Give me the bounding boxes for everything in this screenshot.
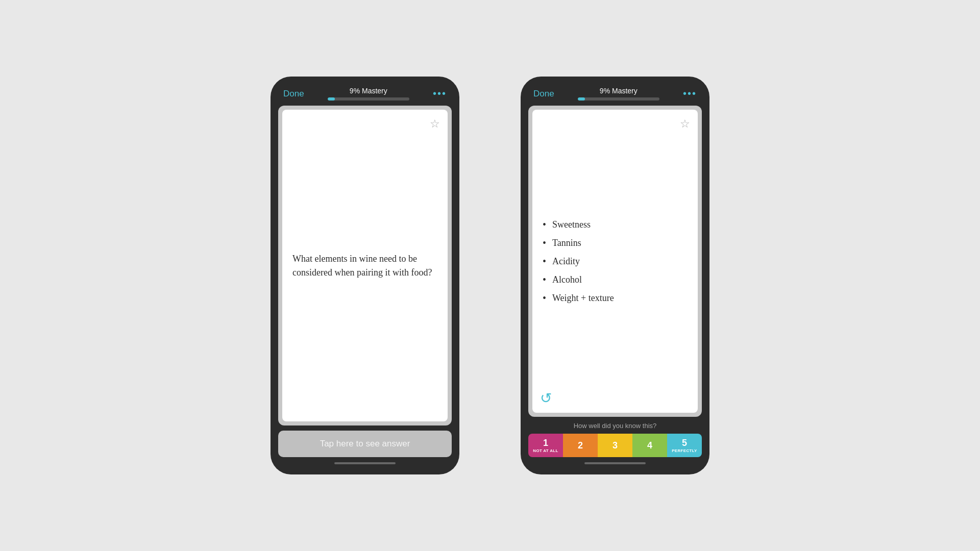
left-mastery-title: 9% Mastery bbox=[350, 87, 387, 95]
rating-2-number: 2 bbox=[578, 440, 583, 451]
left-flashcard[interactable]: ☆ What elements in wine need to be consi… bbox=[282, 110, 448, 421]
list-item: Alcohol bbox=[543, 270, 688, 289]
right-card-area: ☆ Sweetness Tannins Acidity Alcohol Weig… bbox=[528, 106, 702, 417]
rating-1-label: NOT AT ALL bbox=[533, 448, 558, 453]
left-card-area: ☆ What elements in wine need to be consi… bbox=[278, 106, 452, 425]
rating-4-number: 4 bbox=[647, 440, 652, 451]
rating-3-number: 3 bbox=[612, 440, 618, 451]
tap-to-answer-button[interactable]: Tap here to see answer bbox=[278, 431, 452, 457]
list-item: Acidity bbox=[543, 252, 688, 270]
right-mastery-title: 9% Mastery bbox=[600, 87, 638, 95]
rating-buttons-container: 1 NOT AT ALL 2 3 4 5 PERFECTLY bbox=[528, 434, 702, 457]
right-star-icon[interactable]: ☆ bbox=[680, 117, 690, 131]
right-progress-fill bbox=[578, 97, 585, 101]
right-flashcard[interactable]: ☆ Sweetness Tannins Acidity Alcohol Weig… bbox=[532, 110, 698, 413]
rating-question-text: How well did you know this? bbox=[528, 422, 702, 430]
rating-5-number: 5 bbox=[682, 438, 687, 448]
rating-5-label: PERFECTLY bbox=[672, 448, 697, 453]
left-progress-fill bbox=[328, 97, 335, 101]
left-question-text: What elements in wine need to be conside… bbox=[292, 252, 437, 280]
list-item: Tannins bbox=[543, 234, 688, 252]
left-star-icon[interactable]: ☆ bbox=[430, 117, 440, 131]
right-home-indicator bbox=[584, 462, 646, 464]
left-done-button[interactable]: Done bbox=[283, 89, 304, 99]
right-header-center: 9% Mastery bbox=[578, 87, 659, 101]
right-done-button[interactable]: Done bbox=[533, 89, 554, 99]
rating-button-2[interactable]: 2 bbox=[563, 434, 598, 457]
right-answer-list: Sweetness Tannins Acidity Alcohol Weight… bbox=[543, 215, 688, 307]
left-home-indicator bbox=[334, 462, 396, 464]
rating-1-number: 1 bbox=[543, 438, 548, 448]
rating-section: How well did you know this? 1 NOT AT ALL… bbox=[528, 422, 702, 457]
left-progress-bar bbox=[328, 97, 409, 101]
right-phone: Done 9% Mastery ••• ☆ Sweetness Tannins … bbox=[521, 77, 709, 474]
right-header: Done 9% Mastery ••• bbox=[528, 87, 702, 101]
left-header: Done 9% Mastery ••• bbox=[278, 87, 452, 101]
rating-button-4[interactable]: 4 bbox=[632, 434, 667, 457]
replay-icon[interactable]: ↺ bbox=[540, 390, 552, 407]
right-more-button[interactable]: ••• bbox=[683, 88, 697, 99]
left-phone: Done 9% Mastery ••• ☆ What elements in w… bbox=[271, 77, 459, 474]
list-item: Weight + texture bbox=[543, 289, 688, 307]
right-progress-bar bbox=[578, 97, 659, 101]
rating-button-5[interactable]: 5 PERFECTLY bbox=[667, 434, 702, 457]
left-more-button[interactable]: ••• bbox=[433, 88, 447, 99]
left-header-center: 9% Mastery bbox=[328, 87, 409, 101]
rating-button-1[interactable]: 1 NOT AT ALL bbox=[528, 434, 563, 457]
list-item: Sweetness bbox=[543, 215, 688, 234]
rating-button-3[interactable]: 3 bbox=[598, 434, 632, 457]
